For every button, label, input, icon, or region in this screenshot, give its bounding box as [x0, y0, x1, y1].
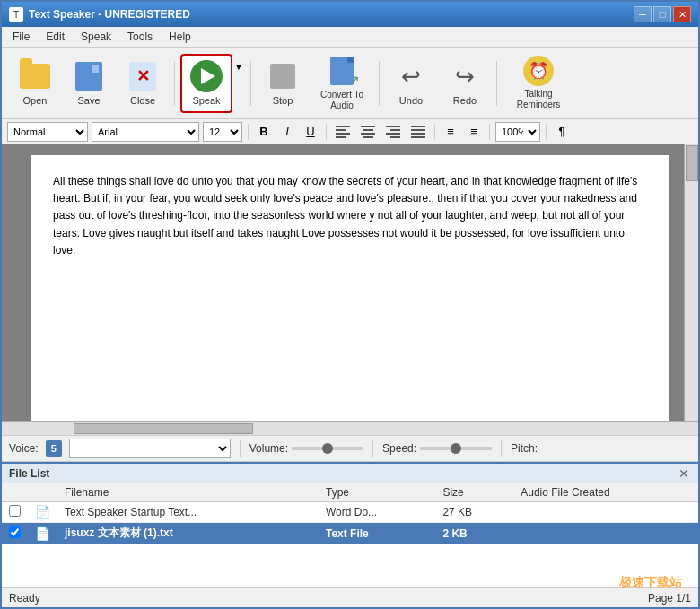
- redo-button[interactable]: ↪ Redo: [439, 54, 491, 113]
- menu-tools[interactable]: Tools: [120, 29, 160, 45]
- title-controls: ─ □ ✕: [634, 6, 691, 22]
- editor-content[interactable]: All these things shall love do unto you …: [53, 173, 647, 259]
- voice-sep-3: [501, 440, 502, 457]
- row-type: Text File: [319, 523, 435, 544]
- menu-speak[interactable]: Speak: [74, 29, 118, 45]
- voice-select[interactable]: [69, 439, 231, 458]
- file-table-body: 📄 Text Speaker Startup Text... Word Do..…: [2, 502, 698, 544]
- file-table: Filename Type Size Audio File Created 📄 …: [2, 483, 698, 544]
- table-row[interactable]: 📄 jisuxz 文本素材 (1).txt Text File 2 KB: [2, 523, 698, 544]
- menu-file[interactable]: File: [5, 29, 37, 45]
- undo-label: Undo: [399, 95, 423, 106]
- file-icon: 📄: [35, 505, 50, 519]
- row-checkbox[interactable]: [9, 505, 21, 517]
- file-list-header: File List ✕: [2, 464, 698, 483]
- close-window-button[interactable]: ✕: [673, 6, 691, 22]
- table-header-row: Filename Type Size Audio File Created: [2, 483, 698, 502]
- format-sep-2: [326, 124, 327, 140]
- italic-button[interactable]: I: [277, 122, 297, 142]
- toolbar-sep-1: [174, 61, 175, 106]
- speak-button[interactable]: Speak: [180, 54, 232, 113]
- underline-button[interactable]: U: [301, 122, 320, 142]
- h-scroll-thumb[interactable]: [74, 423, 253, 434]
- convert-label: Convert To Audio: [315, 90, 369, 111]
- row-size: 2 KB: [435, 523, 513, 544]
- vertical-scrollbar[interactable]: [684, 144, 698, 421]
- align-right-icon: [386, 126, 400, 138]
- bold-button[interactable]: B: [254, 122, 274, 142]
- row-checkbox-cell[interactable]: [2, 523, 28, 544]
- reminders-label: Talking Reminders: [507, 89, 570, 110]
- status-bar: Ready Page 1/1: [2, 587, 698, 607]
- menu-bar: File Edit Speak Tools Help: [2, 27, 698, 48]
- app-icon: T: [9, 7, 23, 22]
- font-select[interactable]: Arial: [92, 122, 199, 142]
- align-left-button[interactable]: [332, 122, 354, 142]
- volume-slider[interactable]: [292, 447, 363, 450]
- speed-group: Speed:: [382, 442, 492, 455]
- row-checkbox-cell[interactable]: [2, 502, 28, 523]
- speak-label: Speak: [192, 95, 220, 106]
- speak-dropdown-button[interactable]: ▼: [232, 54, 245, 113]
- file-list-panel: File List ✕ Filename Type Size Audio Fil…: [2, 462, 698, 587]
- open-button[interactable]: Open: [9, 54, 61, 113]
- status-ready: Ready: [9, 592, 40, 605]
- convert-icon: ↗: [326, 55, 358, 87]
- convert-button[interactable]: ↗ Convert To Audio: [311, 54, 373, 113]
- speed-slider[interactable]: [420, 447, 492, 450]
- stop-button[interactable]: Stop: [257, 54, 309, 113]
- title-bar: T Text Speaker - UNREGISTERED ─ □ ✕: [2, 2, 698, 27]
- maximize-button[interactable]: □: [653, 6, 671, 22]
- minimize-button[interactable]: ─: [634, 6, 652, 22]
- menu-edit[interactable]: Edit: [39, 29, 72, 45]
- undo-button[interactable]: ↩ Undo: [385, 54, 437, 113]
- save-icon: [73, 60, 105, 92]
- table-row[interactable]: 📄 Text Speaker Startup Text... Word Do..…: [2, 502, 698, 523]
- editor-page[interactable]: All these things shall love do unto you …: [31, 155, 669, 421]
- row-filename: Text Speaker Startup Text...: [57, 502, 319, 523]
- speed-label: Speed:: [382, 442, 416, 455]
- align-left-icon: [336, 126, 350, 138]
- row-audio-created: [513, 523, 698, 544]
- close-label: Close: [130, 95, 155, 106]
- align-center-button[interactable]: [357, 122, 379, 142]
- voice-bar: Voice: 5 Volume: Speed: Pitch:: [2, 435, 698, 462]
- row-checkbox[interactable]: [9, 526, 21, 538]
- stop-icon: [267, 60, 299, 92]
- chevron-down-icon: ▼: [234, 62, 243, 72]
- col-type: Type: [319, 483, 435, 502]
- numbered-list-button[interactable]: ≡: [464, 122, 484, 142]
- size-select[interactable]: 12: [203, 122, 242, 142]
- align-right-button[interactable]: [382, 122, 404, 142]
- voice-badge: 5: [46, 440, 62, 457]
- row-size: 27 KB: [435, 502, 513, 523]
- open-label: Open: [23, 95, 48, 106]
- justify-button[interactable]: [407, 122, 429, 142]
- col-icon: [28, 483, 57, 502]
- save-button[interactable]: Save: [63, 54, 115, 113]
- window-title: Text Speaker - UNREGISTERED: [29, 8, 190, 21]
- reminders-button[interactable]: ⏰ Talking Reminders: [503, 54, 574, 113]
- col-checkbox: [2, 483, 28, 502]
- undo-icon: ↩: [395, 60, 427, 92]
- main-window: T Text Speaker - UNREGISTERED ─ □ ✕ File…: [0, 0, 700, 609]
- toolbar-sep-2: [250, 61, 251, 106]
- justify-icon: [411, 126, 425, 138]
- redo-icon: ↪: [449, 60, 481, 92]
- align-center-icon: [361, 126, 375, 138]
- volume-group: Volume:: [249, 442, 363, 455]
- editor-container: All these things shall love do unto you …: [2, 144, 698, 421]
- file-list-close-button[interactable]: ✕: [677, 466, 691, 481]
- speak-group: Speak ▼: [180, 54, 245, 113]
- bullet-list-button[interactable]: ≡: [441, 122, 460, 142]
- show-formatting-button[interactable]: ¶: [552, 122, 572, 142]
- scroll-thumb[interactable]: [686, 145, 698, 181]
- menu-help[interactable]: Help: [162, 29, 198, 45]
- zoom-select[interactable]: 100%: [495, 122, 540, 142]
- horizontal-scrollbar[interactable]: [2, 421, 698, 435]
- row-icon-cell: 📄: [28, 523, 57, 544]
- style-select[interactable]: Normal: [7, 122, 88, 142]
- status-page: Page 1/1: [648, 592, 691, 605]
- close-button[interactable]: ✕ Close: [117, 54, 169, 113]
- close-doc-icon: ✕: [127, 60, 159, 92]
